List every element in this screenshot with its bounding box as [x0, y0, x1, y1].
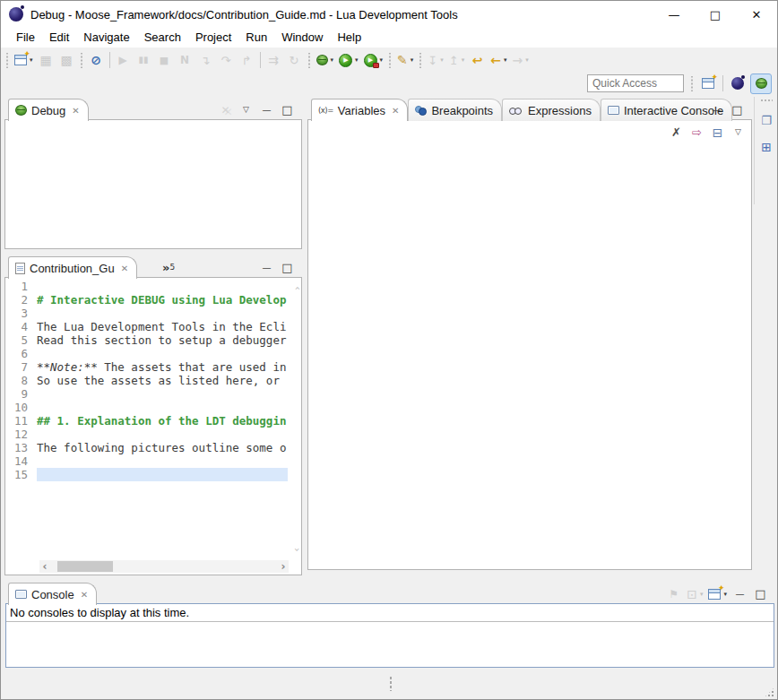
maximize-editor-icon: □: [281, 262, 292, 273]
previous-annotation-icon: ↥: [449, 55, 459, 66]
tab-contribution-guide[interactable]: Contribution_Gu ✕: [8, 256, 137, 279]
maximize-debug-view-button[interactable]: □: [278, 99, 297, 120]
maximize-variables-view-button[interactable]: □: [728, 99, 747, 120]
editor-code-area[interactable]: 12# Interactive DEBUG using Lua Develop3…: [6, 280, 288, 558]
scroll-up-icon[interactable]: ›: [291, 286, 301, 290]
scroll-right-icon[interactable]: ›: [278, 560, 289, 573]
toolbar-grip[interactable]: [80, 53, 83, 68]
lua-perspective-button[interactable]: [727, 73, 748, 94]
tab-debug[interactable]: Debug ✕: [8, 99, 89, 121]
maximize-editor-button[interactable]: □: [278, 257, 297, 278]
minimize-debug-view-button[interactable]: —: [257, 99, 276, 120]
sash-handle[interactable]: [389, 676, 393, 691]
run-external-tools-button[interactable]: ▶▾: [362, 50, 385, 71]
menu-run[interactable]: Run: [238, 29, 274, 47]
shortcut-bar-grip[interactable]: [760, 99, 773, 102]
toolbar-grip[interactable]: [5, 53, 9, 68]
show-logical-structures-button[interactable]: ⇨: [687, 122, 706, 143]
window-maximize-button[interactable]: □: [695, 1, 736, 28]
show-type-names-button[interactable]: ✗: [667, 122, 686, 143]
close-icon[interactable]: ✕: [392, 106, 399, 116]
open-perspective-button[interactable]: ✦: [697, 73, 719, 94]
debug-view-menu-button[interactable]: ▽: [237, 99, 255, 120]
minimize-debug-view-icon: —: [263, 106, 272, 115]
outline-view-shortcut-button[interactable]: ⊞: [757, 136, 776, 157]
window-close-button[interactable]: ✕: [736, 1, 777, 28]
terminate-icon: ■: [160, 56, 169, 65]
minimize-editor-button[interactable]: —: [257, 257, 276, 278]
hidden-editors-chevron[interactable]: »5: [162, 264, 175, 272]
toolbar-separator: [109, 52, 110, 68]
new-wizard-button[interactable]: ✦▾: [13, 50, 35, 71]
menu-project[interactable]: Project: [188, 29, 238, 47]
breakpoints-icon: [415, 106, 427, 116]
suspend-icon: ▮▮: [139, 56, 149, 65]
collapse-all-button[interactable]: ⊟: [708, 122, 727, 143]
mark-occurrences-dropdown-arrow[interactable]: ▾: [411, 56, 414, 64]
close-icon[interactable]: ✕: [72, 106, 79, 116]
remove-all-terminated-button: ✕: [216, 99, 235, 120]
debug-view-content[interactable]: [4, 119, 302, 249]
back-icon: ←: [490, 54, 501, 66]
menu-navigate[interactable]: Navigate: [76, 29, 136, 47]
open-console-button[interactable]: ✦▾: [706, 583, 729, 604]
run-external-tools-dropdown-arrow[interactable]: ▾: [380, 56, 384, 64]
app-logo-icon: [9, 7, 23, 22]
code-line: 4The Lua Development Tools in the Ecli: [6, 320, 288, 333]
tab-console[interactable]: Console ✕: [8, 583, 97, 605]
line-text: [37, 468, 288, 481]
forward-dropdown-arrow: ▾: [525, 56, 529, 64]
code-line: 6: [6, 347, 288, 360]
scrollbar-track[interactable]: [50, 560, 278, 573]
close-icon[interactable]: ✕: [121, 264, 128, 273]
mark-occurrences-button[interactable]: ✎▾: [395, 50, 415, 71]
toolbar-grip[interactable]: [419, 53, 422, 68]
code-line: 5Read this section to setup a debugger: [6, 333, 288, 347]
menu-help[interactable]: Help: [330, 29, 368, 47]
restore-views-button[interactable]: ❐: [757, 110, 776, 131]
last-edit-location-button[interactable]: ↩: [468, 50, 487, 71]
scroll-down-icon[interactable]: ›: [291, 548, 301, 551]
minimize-console-view-button[interactable]: —: [730, 583, 749, 604]
line-number: 8: [6, 374, 37, 387]
skip-all-breakpoints-button[interactable]: ⊘: [87, 50, 106, 71]
menu-edit[interactable]: Edit: [42, 29, 76, 47]
variables-view-menu-button[interactable]: ▽: [729, 122, 748, 143]
debug-dropdown-arrow[interactable]: ▾: [331, 56, 334, 64]
debug-button[interactable]: ▾: [315, 50, 336, 71]
toolbar-grip[interactable]: [388, 53, 392, 68]
perspective-row: ✦: [1, 72, 777, 95]
tab-variables[interactable]: (x)=Variables✕: [311, 99, 408, 121]
window-minimize-button[interactable]: —: [653, 1, 695, 28]
last-edit-location-icon: ↩: [472, 54, 483, 66]
step-into-button: ↴: [196, 50, 215, 71]
tab-expressions[interactable]: Expressions: [502, 99, 601, 121]
close-icon[interactable]: ✕: [81, 590, 88, 600]
window-resize-grip[interactable]: [764, 687, 775, 698]
run-button[interactable]: ▶▾: [337, 50, 360, 71]
toolbar-grip[interactable]: [690, 76, 694, 91]
menu-window[interactable]: Window: [274, 29, 330, 47]
save-all-icon: ▩: [60, 54, 72, 66]
debug-perspective-button[interactable]: [750, 73, 772, 94]
toolbar-separator: [260, 52, 261, 68]
menu-file[interactable]: File: [9, 29, 42, 47]
variables-view-content[interactable]: ✗⇨⊟▽: [307, 119, 752, 570]
open-perspective-icon-star: ✦: [711, 73, 718, 82]
back-dropdown-arrow[interactable]: ▾: [504, 56, 507, 64]
maximize-console-view-button[interactable]: □: [751, 583, 770, 604]
display-selected-console-dropdown-arrow: ▾: [700, 591, 704, 598]
scroll-left-icon[interactable]: ‹: [39, 560, 50, 573]
code-segment: Read this section to setup a debugger: [37, 333, 286, 347]
restart-button: ↻: [285, 50, 304, 71]
console-output-area[interactable]: No consoles to display at this time.: [5, 603, 774, 668]
quick-access-input[interactable]: [587, 74, 684, 92]
run-dropdown-arrow[interactable]: ▾: [355, 56, 359, 64]
tab-breakpoints[interactable]: Breakpoints: [408, 99, 502, 121]
toolbar-grip[interactable]: [307, 53, 311, 68]
back-button[interactable]: ←▾: [488, 50, 508, 71]
forward-button: →▾: [510, 50, 530, 71]
scrollbar-thumb[interactable]: [57, 561, 113, 572]
minimize-variables-view-button[interactable]: —: [707, 99, 726, 120]
menu-search[interactable]: Search: [137, 29, 188, 47]
